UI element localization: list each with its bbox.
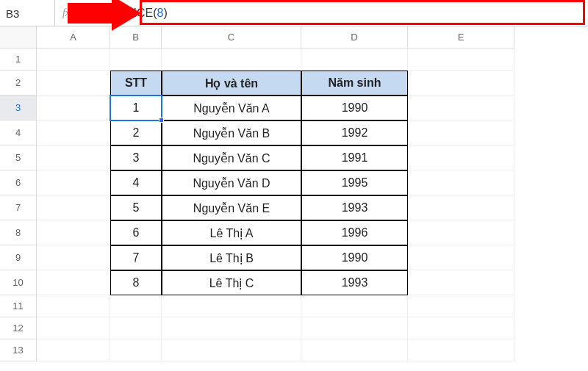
cell[interactable]: 1992 [301,120,408,145]
cell-reference-box[interactable]: B3 [0,0,55,26]
cell[interactable]: Nguyễn Văn A [162,96,301,120]
cell[interactable] [408,339,514,361]
row-9: 9 7 Lê Thị B 1990 [0,245,588,270]
cell[interactable]: 6 [110,220,162,245]
select-all-corner[interactable] [0,26,37,48]
cell[interactable]: Lê Thị A [162,220,301,245]
cell[interactable] [408,317,514,339]
cell[interactable] [37,245,110,270]
cell[interactable] [37,120,110,145]
cell[interactable]: Lê Thị C [162,270,301,295]
cell[interactable] [162,48,301,71]
col-header-e[interactable]: E [408,26,514,48]
cell[interactable]: Lê Thị B [162,245,301,270]
cell[interactable]: 7 [110,245,162,270]
row-13: 13 [0,339,588,361]
cell[interactable] [301,295,408,317]
row-1: 1 [0,48,588,71]
cell[interactable] [408,145,514,170]
cell[interactable] [110,339,162,361]
cell[interactable] [408,245,514,270]
cell[interactable]: 1993 [301,195,408,220]
row-2: 2 STT Họ và tên Năm sinh [0,71,588,96]
cell[interactable] [110,48,162,71]
row-header[interactable]: 9 [0,245,37,270]
cell[interactable] [301,317,408,339]
cell[interactable] [301,339,408,361]
cell[interactable]: Nguyễn Văn C [162,145,301,170]
cell[interactable] [408,48,514,71]
formula-input-area[interactable]: fx =SEQUENCE(8) [55,0,588,26]
cell[interactable] [408,170,514,195]
row-header[interactable]: 8 [0,220,37,245]
row-7: 7 5 Nguyễn Văn E 1993 [0,195,588,220]
formula-input[interactable]: =SEQUENCE(8) [77,7,588,20]
cell[interactable]: Nguyễn Văn E [162,195,301,220]
cell[interactable] [37,220,110,245]
cell[interactable]: 3 [110,145,162,170]
cell[interactable] [37,317,110,339]
row-header[interactable]: 10 [0,270,37,295]
cell[interactable]: 1993 [301,270,408,295]
cell[interactable]: 1990 [301,96,408,120]
row-header[interactable]: 2 [0,71,37,96]
formula-text-suffix: ) [163,7,167,19]
cell[interactable] [301,48,408,71]
cell[interactable]: Nguyễn Văn B [162,120,301,145]
row-header[interactable]: 7 [0,195,37,220]
row-header[interactable]: 1 [0,48,37,71]
cell[interactable]: 1996 [301,220,408,245]
cell[interactable] [37,295,110,317]
table-header-year[interactable]: Năm sinh [301,71,408,96]
cell[interactable]: 1995 [301,170,408,195]
cell[interactable]: Nguyễn Văn D [162,170,301,195]
cell[interactable] [408,295,514,317]
cell[interactable] [37,170,110,195]
cell[interactable]: 4 [110,170,162,195]
cell[interactable]: 5 [110,195,162,220]
cell[interactable] [408,71,514,96]
cell[interactable] [408,270,514,295]
cell[interactable] [37,145,110,170]
column-headers-row: A B C D E [0,26,588,48]
active-cell-b3[interactable]: 1 [110,96,162,120]
row-12: 12 [0,317,588,339]
fill-handle[interactable] [159,118,164,123]
cell[interactable] [37,339,110,361]
col-header-b[interactable]: B [110,26,162,48]
cell[interactable] [37,71,110,96]
cell[interactable] [37,48,110,71]
row-3: 3 1 Nguyễn Văn A 1990 [0,96,588,120]
row-10: 10 8 Lê Thị C 1993 [0,270,588,295]
cell[interactable] [162,339,301,361]
cell[interactable] [37,195,110,220]
row-header[interactable]: 6 [0,170,37,195]
cell[interactable] [408,220,514,245]
cell[interactable] [162,295,301,317]
cell[interactable] [37,96,110,120]
row-5: 5 3 Nguyễn Văn C 1991 [0,145,588,170]
row-header[interactable]: 13 [0,339,37,361]
row-header[interactable]: 4 [0,120,37,145]
row-header[interactable]: 11 [0,295,37,317]
cell[interactable] [408,120,514,145]
row-header[interactable]: 5 [0,145,37,170]
cell[interactable]: 8 [110,270,162,295]
col-header-c[interactable]: C [162,26,301,48]
cell[interactable] [162,317,301,339]
cell[interactable] [110,317,162,339]
cell[interactable] [408,195,514,220]
row-header[interactable]: 12 [0,317,37,339]
row-8: 8 6 Lê Thị A 1996 [0,220,588,245]
cell[interactable]: 1991 [301,145,408,170]
cell[interactable]: 2 [110,120,162,145]
col-header-a[interactable]: A [37,26,110,48]
cell[interactable] [408,96,514,120]
cell[interactable] [110,295,162,317]
table-header-stt[interactable]: STT [110,71,162,96]
col-header-d[interactable]: D [301,26,408,48]
cell[interactable] [37,270,110,295]
table-header-name[interactable]: Họ và tên [162,71,301,96]
row-header[interactable]: 3 [0,96,37,120]
cell[interactable]: 1990 [301,245,408,270]
